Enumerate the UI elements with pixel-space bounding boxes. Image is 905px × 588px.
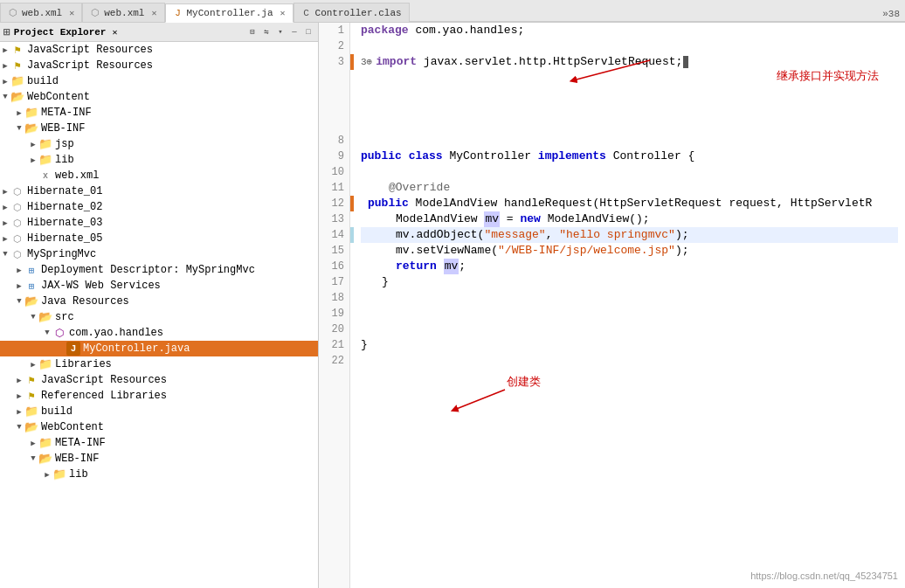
code-line-17: } — [361, 274, 898, 290]
xml-file-icon-2: ⬡ — [90, 8, 100, 18]
tree-item-hibernate03[interactable]: ▶ ⬡ Hibernate_03 — [0, 215, 318, 231]
java-file-icon: J — [66, 342, 80, 356]
tab-controller-class[interactable]: C Controller.clas — [294, 3, 410, 22]
tree-item-web-inf[interactable]: ▼ 📂 WEB-INF — [0, 121, 318, 136]
tab-close-icon[interactable]: ✕ — [69, 8, 74, 18]
tree-item-mycontroller[interactable]: J MyController.java — [0, 341, 318, 356]
tree-item-package[interactable]: ▼ ⬡ com.yao.handles — [0, 325, 318, 341]
tab-close-icon-3[interactable]: ✕ — [280, 8, 286, 18]
tree-label: Hibernate_05 — [27, 232, 102, 245]
tree-item-build-2[interactable]: ▶ 📁 build — [0, 404, 318, 419]
tree-item-jax-ws[interactable]: ▶ ⊞ JAX-WS Web Services — [0, 278, 318, 294]
tree-label: WebContent — [27, 91, 90, 103]
tree-item-meta-inf-2[interactable]: ▶ 📁 META-INF — [0, 435, 318, 451]
tree-label: jsp — [55, 138, 74, 150]
project-icon: ⬡ — [10, 200, 24, 214]
code-line-10 — [361, 164, 898, 180]
minimize-icon[interactable]: ─ — [288, 26, 301, 38]
tree-label: WEB-INF — [41, 122, 85, 135]
code-lines[interactable]: package com.yao.handles; 3⊕ import javax… — [354, 23, 905, 588]
tree-label: com.yao.handles — [69, 327, 163, 339]
code-line-6 — [361, 101, 898, 117]
code-line-16: return mv; — [361, 259, 898, 274]
expand-arrow: ▶ — [28, 140, 38, 149]
tree-label: META-INF — [41, 107, 92, 119]
project-icon: ⬡ — [10, 216, 24, 230]
tree-label: META-INF — [55, 437, 106, 449]
expand-arrow: ▶ — [14, 407, 24, 417]
tree-item-deployment[interactable]: ▶ ⊞ Deployment Descriptor: MySpringMvc — [0, 262, 318, 278]
expand-arrow: ▼ — [0, 250, 10, 259]
tree-item-webcontent[interactable]: ▼ 📂 WebContent — [0, 89, 318, 105]
expand-arrow: ▶ — [28, 360, 38, 370]
link-editor-icon[interactable]: ⇋ — [260, 26, 273, 38]
expand-arrow: ▶ — [42, 470, 52, 480]
code-editor-wrapper: 1 2 3 8 9 10 11 12 13 14 15 16 17 — [319, 23, 905, 588]
folder-icon: 📁 — [24, 106, 38, 120]
code-line-12: public ModelAndView handleRequest(HttpSe… — [361, 196, 898, 211]
code-content[interactable]: 1 2 3 8 9 10 11 12 13 14 15 16 17 — [319, 23, 905, 588]
tree-item-js-resources-2[interactable]: ▶ ⚑ JavaScript Resources — [0, 372, 318, 388]
tree-label: build — [27, 75, 59, 87]
tree-item-libraries[interactable]: ▶ 📁 Libraries — [0, 356, 318, 372]
tree-label: JavaScript Resources — [41, 374, 167, 386]
tree-item-meta-inf[interactable]: ▶ 📁 META-INF — [0, 105, 318, 121]
tab-mycontroller[interactable]: J MyController.ja ✕ — [165, 3, 294, 23]
code-line-13: ModelAndView mv = new ModelAndView(); — [361, 211, 898, 227]
tree-item-hibernate02[interactable]: ▶ ⬡ Hibernate_02 — [0, 199, 318, 215]
main-layout: ⊞ Project Explorer ✕ ⊟ ⇋ ▾ ─ □ ▶ ⚑ JavaS… — [0, 23, 905, 588]
expand-arrow: ▶ — [28, 439, 38, 448]
code-line-22 — [361, 353, 898, 369]
expand-arrow: ▶ — [14, 376, 24, 385]
code-line-20 — [361, 322, 898, 337]
tree-label: Deployment Descriptor: MySpringMvc — [41, 264, 255, 276]
view-menu-icon[interactable]: ▾ — [274, 26, 287, 38]
folder-open-icon: 📂 — [10, 90, 24, 104]
maximize-icon[interactable]: □ — [302, 26, 314, 38]
expand-arrow: ▼ — [0, 93, 10, 101]
expand-arrow: ▼ — [14, 124, 24, 133]
tree-item-web-xml[interactable]: x web.xml — [0, 168, 318, 183]
code-line-1: package com.yao.handles; — [361, 23, 898, 38]
code-editor: 1 2 3 8 9 10 11 12 13 14 15 16 17 — [319, 23, 905, 588]
collapse-all-icon[interactable]: ⊟ — [246, 26, 259, 38]
expand-arrow: ▶ — [0, 203, 10, 212]
tree-item-build[interactable]: ▶ 📁 build — [0, 73, 318, 89]
tree-item-hibernate05[interactable]: ▶ ⬡ Hibernate_05 — [0, 231, 318, 246]
project-icon: ⬡ — [10, 184, 24, 198]
folder-open-icon: 📂 — [24, 121, 38, 135]
tree-item-java-resources[interactable]: ▼ 📂 Java Resources — [0, 294, 318, 309]
tree-item-ref-libraries-2[interactable]: ▶ ⚑ Referenced Libraries — [0, 388, 318, 404]
overflow-tabs[interactable]: »38 — [877, 7, 905, 22]
tab-web-xml-2[interactable]: ⬡ web.xml ✕ — [82, 3, 164, 22]
expand-arrow: ▼ — [14, 423, 24, 432]
tree-label: web.xml — [55, 169, 99, 182]
tree-item-src[interactable]: ▼ 📂 src — [0, 309, 318, 325]
tree-item-myspringmvc[interactable]: ▼ ⬡ MySpringMvc — [0, 246, 318, 262]
panel-icon: ⊞ — [3, 25, 10, 39]
tree-label: Libraries — [55, 358, 112, 370]
expand-arrow: ▶ — [14, 281, 24, 291]
folder-icon: 📁 — [38, 137, 52, 151]
tree-item-lib[interactable]: ▶ 📁 lib — [0, 152, 318, 168]
tab-web-xml-1[interactable]: ⬡ web.xml ✕ — [0, 3, 82, 22]
code-line-5 — [361, 86, 898, 101]
tree-item-web-inf-2[interactable]: ▼ 📂 WEB-INF — [0, 451, 318, 467]
tree-item-js-resources[interactable]: ▶ ⚑ JavaScript Resources — [0, 42, 318, 58]
tree-item-jsp[interactable]: ▶ 📁 jsp — [0, 136, 318, 152]
js-resources-icon-2: ⚑ — [24, 373, 38, 387]
tree-item-hibernate01[interactable]: ▶ ⬡ Hibernate_01 — [0, 183, 318, 199]
tree-item-lib-2[interactable]: ▶ 📁 lib — [0, 467, 318, 482]
expand-arrow: ▶ — [0, 218, 10, 228]
tree-label: Referenced Libraries — [41, 390, 167, 402]
tree-item-webcontent-2[interactable]: ▼ 📂 WebContent — [0, 419, 318, 435]
code-line-4 — [361, 70, 898, 86]
xml-file-icon: ⬡ — [8, 8, 18, 18]
tree-item-ref-libraries[interactable]: ▶ ⚑ JavaScript Resources — [0, 58, 318, 73]
tab-close-icon-2[interactable]: ✕ — [151, 8, 156, 18]
expand-arrow: ▶ — [0, 45, 10, 55]
tree-label: MyController.java — [83, 342, 190, 355]
folder-icon: 📁 — [38, 436, 52, 450]
tab-label-3: MyController.ja — [187, 8, 273, 18]
folder-icon: 📁 — [38, 153, 52, 167]
